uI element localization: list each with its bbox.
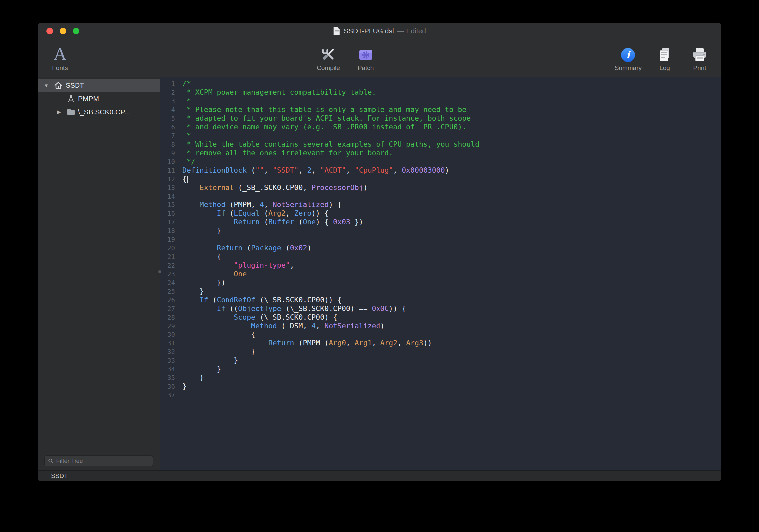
window-title: SSDT-PLUG.dsl: [344, 27, 394, 35]
toolbar: A Fonts: [38, 39, 721, 77]
code-line: If (CondRefOf (\_SB.SCK0.CP00)) {: [182, 296, 721, 304]
code-line: Return (Package (0x02): [182, 244, 721, 252]
code-line: [182, 192, 721, 200]
line-number: 28: [160, 313, 175, 322]
code-line: * While the table contains several examp…: [182, 140, 721, 149]
code-line: * XCPM power management compatibility ta…: [182, 88, 721, 97]
disclosure-closed-icon[interactable]: ▶: [53, 109, 65, 115]
titlebar[interactable]: SSDT-PLUG.dsl — Edited: [38, 23, 721, 39]
close-button[interactable]: [46, 28, 53, 34]
line-number: 6: [160, 123, 175, 131]
fonts-button[interactable]: A Fonts: [48, 44, 72, 72]
line-number: 5: [160, 114, 175, 123]
line-number: 10: [160, 157, 175, 166]
patch-label: Patch: [358, 65, 374, 72]
filter-tree-input[interactable]: [56, 458, 149, 465]
log-button[interactable]: Log: [652, 44, 677, 72]
code-line: }: [182, 287, 721, 296]
minimize-button[interactable]: [60, 28, 66, 34]
line-number: 3: [160, 97, 175, 105]
line-number-gutter: 1234567891011121314151617181920212223242…: [160, 79, 180, 470]
line-number: 15: [160, 200, 175, 209]
code-line: If (LEqual (Arg2, Zero)) {: [182, 209, 721, 218]
code-line: }: [182, 356, 721, 365]
filter-tree-field: [44, 455, 153, 466]
patch-button[interactable]: Patch: [353, 44, 378, 72]
line-number: 1: [160, 79, 175, 88]
line-number: 4: [160, 105, 175, 114]
line-number: 22: [160, 261, 175, 270]
code-line: * and device name may vary (e.g. _SB_.PR…: [182, 123, 721, 131]
code-line: * Please note that this table is only a …: [182, 105, 721, 114]
summary-label: Summary: [615, 65, 642, 72]
tree-item-sb-sck0[interactable]: ▶ \_SB.SCK0.CP...: [38, 105, 160, 119]
code-line: [182, 235, 721, 244]
line-number: 17: [160, 218, 175, 226]
code-line: Method (_DSM, 4, NotSerialized): [182, 322, 721, 330]
fonts-label: Fonts: [52, 65, 68, 72]
line-number: 34: [160, 365, 175, 373]
code-line: If ((ObjectType (\_SB.SCK0.CP00) == 0x0C…: [182, 304, 721, 313]
navigator-tree: ▼ SSDT: [38, 79, 160, 455]
line-number: 36: [160, 382, 175, 391]
info-icon: i: [620, 44, 636, 63]
tree-item-ssdt[interactable]: ▼ SSDT: [38, 79, 160, 92]
code-line: Method (PMPM, 4, NotSerialized) {: [182, 200, 721, 209]
code-line: {: [182, 330, 721, 339]
pane-splitter[interactable]: [160, 77, 160, 470]
line-number: 21: [160, 252, 175, 261]
disclosure-open-icon[interactable]: ▼: [40, 83, 52, 88]
line-number: 25: [160, 287, 175, 296]
line-number: 26: [160, 296, 175, 304]
line-number: 35: [160, 373, 175, 382]
code-line: Return (PMPM (Arg0, Arg1, Arg2, Arg3)): [182, 339, 721, 347]
fonts-icon: A: [54, 46, 66, 63]
code-line: External (_SB_.SCK0.CP00, ProcessorObj): [182, 183, 721, 192]
code-line: * remove all the ones irrelevant for you…: [182, 149, 721, 157]
line-number: 9: [160, 149, 175, 157]
log-label: Log: [659, 65, 670, 72]
code-line: "plugin-type",: [182, 261, 721, 270]
method-tool-icon: [65, 95, 77, 103]
line-number: 16: [160, 209, 175, 218]
window-edited-state: — Edited: [397, 27, 426, 35]
maciasl-window: SSDT-PLUG.dsl — Edited A Fonts: [38, 23, 721, 481]
line-number: 2: [160, 88, 175, 97]
code-line: {: [182, 175, 721, 183]
code-line: }): [182, 278, 721, 287]
search-icon: [48, 458, 54, 464]
code-line: One: [182, 270, 721, 278]
home-icon: [52, 81, 64, 89]
zoom-button[interactable]: [73, 28, 79, 34]
line-number: 14: [160, 192, 175, 200]
code-line: }: [182, 382, 721, 391]
compile-button[interactable]: Compile: [316, 44, 341, 72]
line-number: 29: [160, 322, 175, 330]
line-number: 8: [160, 140, 175, 149]
line-number: 13: [160, 183, 175, 192]
statusbar: SSDT: [38, 470, 721, 481]
tree-item-pmpm[interactable]: PMPM: [38, 92, 160, 105]
line-number: 33: [160, 356, 175, 365]
compile-icon: [320, 44, 337, 63]
summary-button[interactable]: i Summary: [615, 44, 642, 72]
line-number: 32: [160, 347, 175, 356]
print-label: Print: [693, 65, 706, 72]
print-button[interactable]: Print: [687, 44, 712, 72]
code-line: }: [182, 347, 721, 356]
statusbar-context: SSDT: [51, 472, 68, 480]
line-number: 7: [160, 131, 175, 140]
code-line: */: [182, 157, 721, 166]
line-number: 23: [160, 270, 175, 278]
line-number: 37: [160, 391, 175, 399]
main-content: ▼ SSDT: [38, 77, 721, 470]
sidebar: ▼ SSDT: [38, 77, 160, 470]
line-number: 20: [160, 244, 175, 252]
splitter-knob[interactable]: [158, 270, 161, 273]
code-line: *: [182, 97, 721, 105]
folder-icon: [65, 108, 77, 116]
code-area: /* * XCPM power management compatibility…: [180, 79, 721, 470]
code-line: * adapted to fit your board's ACPI stack…: [182, 114, 721, 123]
code-editor[interactable]: 1234567891011121314151617181920212223242…: [160, 77, 721, 470]
compile-label: Compile: [317, 65, 340, 72]
